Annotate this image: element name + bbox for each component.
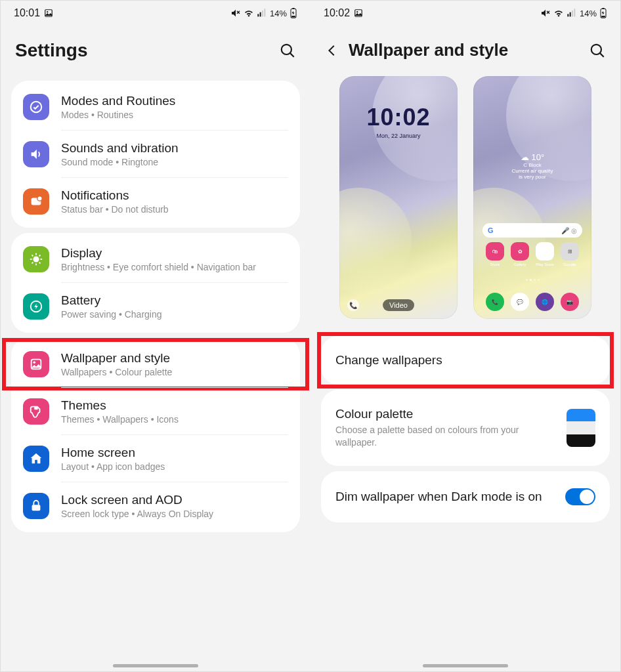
battery-icon bbox=[289, 8, 297, 18]
row-sub: Power saving • Charging bbox=[61, 309, 288, 320]
display-icon bbox=[23, 246, 49, 272]
dim-dark-mode-row[interactable]: Dim wallpaper when Dark mode is on bbox=[321, 471, 610, 522]
svg-line-12 bbox=[290, 53, 294, 57]
home-app-row: 🛍Store ✿Gallery ▶Play Store ⊞Google bbox=[473, 242, 591, 266]
row-sub: Layout • App icon badges bbox=[61, 461, 288, 472]
option-sub: Choose a palette based on colours from y… bbox=[335, 424, 559, 449]
svg-rect-28 bbox=[34, 407, 38, 410]
svg-rect-34 bbox=[567, 14, 568, 16]
setting-display[interactable]: Display Brightness • Eye comfort shield … bbox=[11, 236, 300, 283]
lock-icon bbox=[23, 493, 49, 519]
svg-point-27 bbox=[33, 361, 35, 364]
header: Wallpaper and style bbox=[310, 23, 620, 75]
svg-rect-5 bbox=[260, 12, 261, 17]
search-icon[interactable] bbox=[589, 42, 606, 59]
svg-rect-4 bbox=[257, 14, 259, 16]
modes-icon bbox=[23, 94, 49, 120]
lock-screen-preview[interactable]: 10:02 Mon, 22 January 📞 Video bbox=[339, 76, 458, 319]
row-title: Sounds and vibration bbox=[61, 141, 288, 156]
row-sub: Sound mode • Ringtone bbox=[61, 157, 288, 167]
change-wallpapers-button[interactable]: Change wallpapers bbox=[321, 336, 610, 385]
wifi-icon bbox=[553, 8, 564, 18]
home-screen-preview[interactable]: ☁ 10° C Block Current air quality is ver… bbox=[473, 76, 591, 319]
svg-rect-29 bbox=[32, 505, 41, 511]
settings-group: Modes and Routines Modes • Routines Soun… bbox=[11, 81, 300, 228]
svg-point-16 bbox=[33, 256, 39, 262]
home-indicator[interactable] bbox=[113, 664, 198, 667]
option-title: Colour palette bbox=[335, 407, 559, 421]
change-wallpapers-card: Change wallpapers bbox=[321, 336, 610, 385]
setting-themes[interactable]: Themes Themes • Wallpapers • Icons bbox=[11, 388, 300, 435]
svg-rect-40 bbox=[601, 16, 605, 17]
svg-line-23 bbox=[32, 262, 33, 264]
svg-rect-36 bbox=[572, 10, 573, 16]
row-title: Notifications bbox=[61, 188, 288, 203]
setting-wallpaper-style[interactable]: Wallpaper and style Wallpapers • Colour … bbox=[11, 341, 300, 388]
svg-point-15 bbox=[37, 196, 42, 201]
mute-icon bbox=[540, 8, 551, 18]
wallpaper-style-screen: 10:02 Mon, 22 January 📞 Video ☁ 10° C Bl… bbox=[310, 75, 620, 671]
svg-rect-9 bbox=[292, 8, 294, 9]
row-title: Modes and Routines bbox=[61, 94, 288, 108]
setting-battery[interactable]: Battery Power saving • Charging bbox=[11, 283, 300, 330]
settings-group: Wallpaper and style Wallpapers • Colour … bbox=[11, 338, 300, 532]
svg-line-24 bbox=[39, 255, 41, 256]
row-title: Wallpaper and style bbox=[61, 351, 288, 366]
phone-shortcut-icon: 📞 bbox=[347, 299, 359, 311]
sound-icon bbox=[23, 141, 49, 167]
svg-rect-37 bbox=[574, 9, 575, 16]
setting-home-screen[interactable]: Home screen Layout • App icon badges bbox=[11, 435, 300, 482]
svg-rect-7 bbox=[264, 9, 265, 16]
status-icons: 14% bbox=[540, 8, 607, 18]
svg-rect-35 bbox=[570, 12, 571, 17]
battery-setting-icon bbox=[23, 293, 49, 320]
dim-toggle[interactable] bbox=[565, 488, 595, 505]
dim-dark-mode-card: Dim wallpaper when Dark mode is on bbox=[321, 471, 610, 522]
themes-icon bbox=[23, 398, 49, 425]
battery-icon bbox=[599, 8, 607, 18]
status-bar: 10:02 14% bbox=[310, 1, 620, 23]
svg-line-22 bbox=[39, 262, 41, 264]
status-time: 10:01 bbox=[14, 7, 40, 19]
wallpaper-icon bbox=[23, 351, 49, 377]
row-sub: Wallpapers • Colour palette bbox=[61, 367, 288, 377]
lock-clock: 10:02 Mon, 22 January bbox=[339, 104, 458, 139]
row-title: Themes bbox=[61, 398, 288, 413]
row-sub: Brightness • Eye comfort shield • Naviga… bbox=[61, 262, 288, 272]
palette-thumb bbox=[567, 409, 595, 447]
svg-line-21 bbox=[32, 255, 33, 256]
svg-rect-10 bbox=[291, 16, 295, 17]
signal-icon bbox=[257, 8, 267, 18]
row-sub: Status bar • Do not disturb bbox=[61, 204, 288, 215]
wallpaper-previews: 10:02 Mon, 22 January 📞 Video ☁ 10° C Bl… bbox=[310, 75, 620, 331]
setting-lock-screen[interactable]: Lock screen and AOD Screen lock type • A… bbox=[11, 482, 300, 530]
notif-icon bbox=[23, 188, 49, 215]
setting-modes-routines[interactable]: Modes and Routines Modes • Routines bbox=[11, 83, 300, 131]
home-indicator[interactable] bbox=[423, 664, 508, 667]
page-title: Settings bbox=[15, 40, 87, 61]
dock-row: 📞 💬 🌐 📷 bbox=[473, 293, 591, 311]
phone-right: 10:02 14% Wallpaper and style 10:02 Mon,… bbox=[310, 1, 620, 671]
svg-point-11 bbox=[282, 45, 291, 54]
battery-text: 14% bbox=[270, 9, 287, 18]
svg-point-41 bbox=[591, 44, 601, 54]
battery-text: 14% bbox=[580, 9, 597, 18]
colour-palette-button[interactable]: Colour palette Choose a palette based on… bbox=[321, 390, 610, 466]
back-icon[interactable] bbox=[325, 43, 339, 58]
status-icons: 14% bbox=[230, 8, 297, 18]
search-icon[interactable] bbox=[279, 42, 296, 59]
row-title: Lock screen and AOD bbox=[61, 493, 288, 507]
option-title: Change wallpapers bbox=[335, 353, 595, 368]
header: Settings bbox=[1, 23, 310, 75]
status-bar: 10:01 14% bbox=[1, 1, 310, 23]
setting-notifications[interactable]: Notifications Status bar • Do not distur… bbox=[11, 178, 300, 225]
wifi-icon bbox=[244, 8, 254, 18]
row-title: Display bbox=[61, 246, 288, 261]
gallery-status-icon bbox=[354, 9, 363, 18]
video-badge: Video bbox=[383, 299, 414, 311]
settings-list: Modes and Routines Modes • Routines Soun… bbox=[1, 75, 310, 671]
weather-widget: ☁ 10° C Block Current air quality is ver… bbox=[473, 152, 591, 180]
setting-sounds[interactable]: Sounds and vibration Sound mode • Ringto… bbox=[11, 131, 300, 178]
gallery-status-icon bbox=[44, 9, 53, 18]
home-icon bbox=[23, 446, 49, 472]
